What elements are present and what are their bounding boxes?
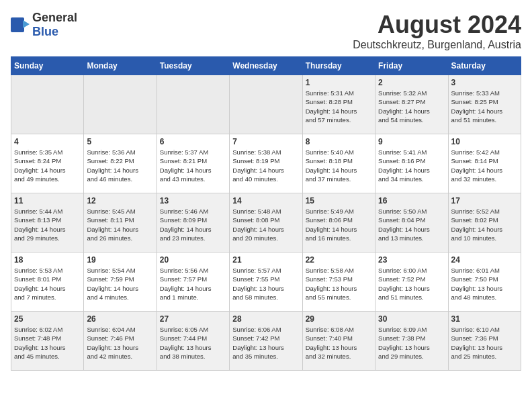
calendar-cell: 6Sunrise: 5:37 AM Sunset: 8:21 PM Daylig… — [157, 134, 229, 193]
svg-marker-1 — [23, 20, 30, 28]
day-info: Sunrise: 5:38 AM Sunset: 8:19 PM Dayligh… — [232, 148, 299, 183]
calendar-cell: 17Sunrise: 5:52 AM Sunset: 8:02 PM Dayli… — [448, 193, 521, 253]
day-number: 3 — [451, 78, 518, 87]
day-info: Sunrise: 6:05 AM Sunset: 7:44 PM Dayligh… — [160, 325, 226, 361]
calendar-cell: 15Sunrise: 5:49 AM Sunset: 8:06 PM Dayli… — [302, 193, 375, 253]
day-number: 4 — [14, 137, 81, 146]
day-number: 8 — [306, 137, 372, 146]
weekday-header-friday: Friday — [375, 57, 448, 75]
calendar-cell: 16Sunrise: 5:50 AM Sunset: 8:04 PM Dayli… — [375, 193, 448, 253]
day-number: 24 — [451, 255, 518, 265]
calendar-table: SundayMondayTuesdayWednesdayThursdayFrid… — [11, 56, 521, 371]
calendar-cell: 11Sunrise: 5:44 AM Sunset: 8:13 PM Dayli… — [11, 193, 84, 253]
calendar-cell: 20Sunrise: 5:56 AM Sunset: 7:57 PM Dayli… — [157, 253, 229, 312]
day-number: 10 — [451, 137, 518, 146]
day-info: Sunrise: 5:37 AM Sunset: 8:21 PM Dayligh… — [160, 148, 226, 183]
calendar-cell — [157, 75, 229, 134]
day-number: 15 — [306, 196, 372, 205]
calendar-week-row: 25Sunrise: 6:02 AM Sunset: 7:48 PM Dayli… — [11, 312, 521, 371]
day-info: Sunrise: 5:45 AM Sunset: 8:11 PM Dayligh… — [87, 207, 153, 242]
day-number: 9 — [378, 137, 445, 146]
day-info: Sunrise: 5:42 AM Sunset: 8:14 PM Dayligh… — [451, 148, 518, 183]
day-number: 22 — [306, 255, 372, 265]
day-number: 20 — [160, 255, 226, 265]
calendar-cell: 3Sunrise: 5:33 AM Sunset: 8:25 PM Daylig… — [448, 75, 521, 134]
day-info: Sunrise: 5:48 AM Sunset: 8:08 PM Dayligh… — [232, 207, 299, 242]
day-number: 12 — [87, 196, 153, 205]
day-number: 1 — [306, 78, 372, 87]
day-info: Sunrise: 5:41 AM Sunset: 8:16 PM Dayligh… — [378, 148, 445, 183]
day-number: 18 — [14, 255, 81, 265]
calendar-cell: 21Sunrise: 5:57 AM Sunset: 7:55 PM Dayli… — [230, 253, 302, 312]
page-header: General Blue August 2024 Deutschkreutz, … — [11, 11, 521, 51]
logo-blue: Blue — [32, 25, 58, 38]
calendar-cell: 23Sunrise: 6:00 AM Sunset: 7:52 PM Dayli… — [375, 253, 448, 312]
calendar-cell: 1Sunrise: 5:31 AM Sunset: 8:28 PM Daylig… — [302, 75, 375, 134]
calendar-cell: 8Sunrise: 5:40 AM Sunset: 8:18 PM Daylig… — [302, 134, 375, 193]
logo-icon — [11, 17, 30, 32]
day-number: 17 — [451, 196, 518, 205]
day-number: 21 — [232, 255, 299, 265]
day-info: Sunrise: 5:50 AM Sunset: 8:04 PM Dayligh… — [378, 207, 445, 242]
day-info: Sunrise: 6:02 AM Sunset: 7:48 PM Dayligh… — [14, 325, 81, 361]
calendar-week-row: 1Sunrise: 5:31 AM Sunset: 8:28 PM Daylig… — [11, 75, 521, 134]
weekday-header-row: SundayMondayTuesdayWednesdayThursdayFrid… — [11, 57, 521, 75]
day-info: Sunrise: 6:10 AM Sunset: 7:36 PM Dayligh… — [451, 325, 518, 361]
month-year-title: August 2024 — [353, 11, 521, 39]
calendar-cell: 27Sunrise: 6:05 AM Sunset: 7:44 PM Dayli… — [157, 312, 229, 371]
logo: General Blue — [11, 11, 77, 39]
day-number: 2 — [378, 78, 445, 87]
calendar-cell: 30Sunrise: 6:09 AM Sunset: 7:38 PM Dayli… — [375, 312, 448, 371]
day-number: 11 — [14, 196, 81, 205]
day-number: 7 — [232, 137, 299, 146]
calendar-cell: 10Sunrise: 5:42 AM Sunset: 8:14 PM Dayli… — [448, 134, 521, 193]
day-info: Sunrise: 6:09 AM Sunset: 7:38 PM Dayligh… — [378, 325, 445, 361]
calendar-cell — [84, 75, 157, 134]
day-number: 28 — [232, 314, 299, 324]
day-info: Sunrise: 5:35 AM Sunset: 8:24 PM Dayligh… — [14, 148, 81, 183]
calendar-cell: 14Sunrise: 5:48 AM Sunset: 8:08 PM Dayli… — [230, 193, 302, 253]
calendar-cell: 24Sunrise: 6:01 AM Sunset: 7:50 PM Dayli… — [448, 253, 521, 312]
day-info: Sunrise: 5:54 AM Sunset: 7:59 PM Dayligh… — [87, 266, 153, 302]
day-info: Sunrise: 5:31 AM Sunset: 8:28 PM Dayligh… — [306, 89, 372, 124]
day-number: 13 — [160, 196, 226, 205]
calendar-cell: 31Sunrise: 6:10 AM Sunset: 7:36 PM Dayli… — [448, 312, 521, 371]
svg-rect-0 — [11, 17, 24, 32]
day-number: 31 — [451, 314, 518, 324]
day-number: 23 — [378, 255, 445, 265]
day-info: Sunrise: 5:40 AM Sunset: 8:18 PM Dayligh… — [306, 148, 372, 183]
calendar-week-row: 18Sunrise: 5:53 AM Sunset: 8:01 PM Dayli… — [11, 253, 521, 312]
weekday-header-saturday: Saturday — [448, 57, 521, 75]
day-info: Sunrise: 5:36 AM Sunset: 8:22 PM Dayligh… — [87, 148, 153, 183]
calendar-cell: 25Sunrise: 6:02 AM Sunset: 7:48 PM Dayli… — [11, 312, 84, 371]
weekday-header-monday: Monday — [84, 57, 157, 75]
logo-general: General — [32, 11, 77, 24]
calendar-cell: 4Sunrise: 5:35 AM Sunset: 8:24 PM Daylig… — [11, 134, 84, 193]
calendar-cell: 22Sunrise: 5:58 AM Sunset: 7:53 PM Dayli… — [302, 253, 375, 312]
day-number: 19 — [87, 255, 153, 265]
day-number: 6 — [160, 137, 226, 146]
calendar-cell: 12Sunrise: 5:45 AM Sunset: 8:11 PM Dayli… — [84, 193, 157, 253]
day-info: Sunrise: 6:08 AM Sunset: 7:40 PM Dayligh… — [306, 325, 372, 361]
location-subtitle: Deutschkreutz, Burgenland, Austria — [353, 39, 521, 51]
day-info: Sunrise: 5:32 AM Sunset: 8:27 PM Dayligh… — [378, 89, 445, 124]
calendar-cell: 9Sunrise: 5:41 AM Sunset: 8:16 PM Daylig… — [375, 134, 448, 193]
calendar-cell: 5Sunrise: 5:36 AM Sunset: 8:22 PM Daylig… — [84, 134, 157, 193]
day-info: Sunrise: 6:00 AM Sunset: 7:52 PM Dayligh… — [378, 266, 445, 302]
day-info: Sunrise: 5:56 AM Sunset: 7:57 PM Dayligh… — [160, 266, 226, 302]
day-info: Sunrise: 6:06 AM Sunset: 7:42 PM Dayligh… — [232, 325, 299, 361]
day-number: 25 — [14, 314, 81, 324]
day-info: Sunrise: 5:44 AM Sunset: 8:13 PM Dayligh… — [14, 207, 81, 242]
day-info: Sunrise: 5:57 AM Sunset: 7:55 PM Dayligh… — [232, 266, 299, 302]
calendar-cell: 29Sunrise: 6:08 AM Sunset: 7:40 PM Dayli… — [302, 312, 375, 371]
day-number: 29 — [306, 314, 372, 324]
calendar-cell — [230, 75, 302, 134]
day-info: Sunrise: 6:01 AM Sunset: 7:50 PM Dayligh… — [451, 266, 518, 302]
day-number: 5 — [87, 137, 153, 146]
day-info: Sunrise: 5:33 AM Sunset: 8:25 PM Dayligh… — [451, 89, 518, 124]
day-info: Sunrise: 5:58 AM Sunset: 7:53 PM Dayligh… — [306, 266, 372, 302]
day-info: Sunrise: 5:52 AM Sunset: 8:02 PM Dayligh… — [451, 207, 518, 242]
day-info: Sunrise: 5:53 AM Sunset: 8:01 PM Dayligh… — [14, 266, 81, 302]
weekday-header-thursday: Thursday — [302, 57, 375, 75]
day-info: Sunrise: 5:49 AM Sunset: 8:06 PM Dayligh… — [306, 207, 372, 242]
